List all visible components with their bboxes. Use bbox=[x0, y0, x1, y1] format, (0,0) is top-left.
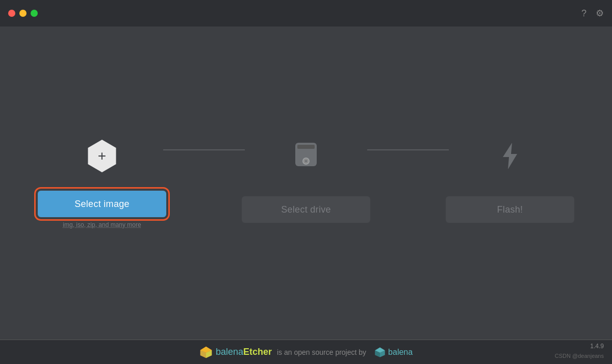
footer-tagline: is an open source project by bbox=[277, 348, 366, 356]
select-image-icon-wrap: + bbox=[84, 138, 120, 174]
footer-balena-label: balena bbox=[216, 347, 243, 357]
steps-icons-row: + bbox=[41, 138, 571, 178]
plus-icon: + bbox=[98, 149, 106, 163]
footer-content: balenaEtcher is an open source project b… bbox=[199, 346, 413, 359]
select-drive-button[interactable]: Select drive bbox=[242, 196, 370, 223]
hexagon-icon: + bbox=[86, 140, 118, 172]
step-3-icon-area bbox=[449, 138, 571, 178]
step-1-btn-wrap: Select image img, iso, zip, and many mor… bbox=[41, 191, 163, 228]
settings-icon[interactable]: ⚙ bbox=[596, 8, 604, 19]
step-1-icon-area: + bbox=[41, 138, 163, 178]
main-content: + bbox=[0, 27, 612, 340]
svg-rect-1 bbox=[297, 145, 315, 149]
minimize-button[interactable] bbox=[19, 10, 27, 17]
flash-button[interactable]: Flash! bbox=[446, 196, 574, 223]
footer-balena-text: balena bbox=[388, 348, 413, 357]
version-text: 1.4.9 bbox=[590, 343, 604, 350]
select-image-button[interactable]: Select image bbox=[38, 191, 166, 217]
traffic-lights bbox=[8, 10, 38, 17]
etcher-cube-icon bbox=[199, 346, 213, 359]
drive-icon bbox=[293, 142, 319, 170]
balena-etcher-logo: balenaEtcher bbox=[199, 346, 272, 359]
footer-brand: balenaEtcher bbox=[216, 347, 272, 357]
titlebar: ? ⚙ bbox=[0, 0, 612, 27]
lightning-icon bbox=[499, 142, 521, 170]
bottombar: balenaEtcher is an open source project b… bbox=[0, 340, 612, 364]
titlebar-actions: ? ⚙ bbox=[581, 8, 604, 19]
connector-2 bbox=[367, 149, 449, 150]
step-2-btn-wrap: Select drive bbox=[245, 196, 367, 223]
svg-point-3 bbox=[305, 160, 307, 162]
balena-logo: balena bbox=[374, 347, 413, 358]
close-button[interactable] bbox=[8, 10, 15, 17]
maximize-button[interactable] bbox=[31, 10, 38, 17]
attribution-text: CSDN @deanjeans bbox=[555, 353, 604, 359]
step-3-btn-wrap: Flash! bbox=[449, 196, 571, 223]
select-image-hint: img, iso, zip, and many more bbox=[63, 221, 141, 228]
help-icon[interactable]: ? bbox=[581, 8, 586, 19]
connector-1 bbox=[163, 149, 245, 150]
balena-cube-icon bbox=[374, 347, 386, 358]
svg-marker-4 bbox=[503, 143, 517, 169]
footer-etcher-label: Etcher bbox=[243, 347, 272, 357]
select-drive-icon-wrap bbox=[288, 138, 324, 174]
buttons-row: Select image img, iso, zip, and many mor… bbox=[41, 191, 571, 228]
flash-icon-wrap bbox=[492, 138, 528, 174]
step-2-icon-area bbox=[245, 138, 367, 178]
